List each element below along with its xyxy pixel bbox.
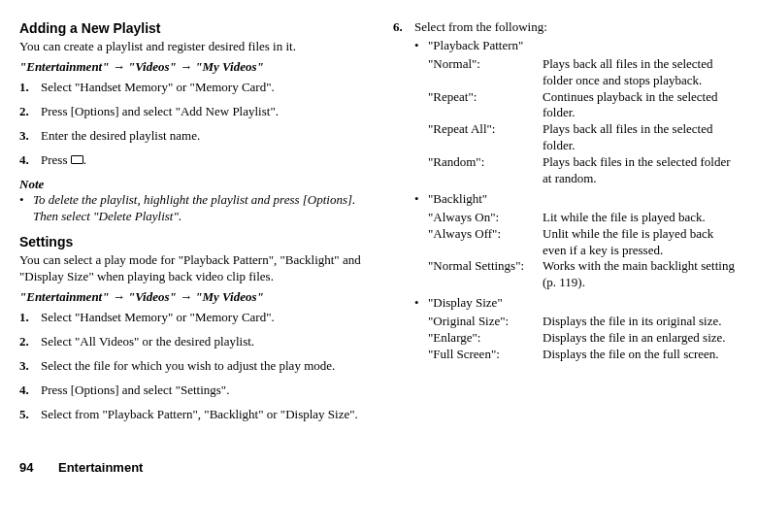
group-title: "Playback Pattern" <box>428 38 738 54</box>
bullet: • <box>414 191 428 208</box>
option-row: "Full Screen": Displays the file on the … <box>428 347 738 363</box>
option-row: "Repeat All": Plays back all files in th… <box>428 121 738 154</box>
breadcrumb-2: "Entertainment" → "Videos" → "My Videos" <box>19 289 364 306</box>
step-number: 3. <box>19 358 41 375</box>
heading-settings: Settings <box>19 233 364 250</box>
option-label: "Random": <box>428 154 543 187</box>
group-title: "Backlight" <box>428 191 738 208</box>
step-2-2: 2. Select "All Videos" or the desired pl… <box>19 334 364 350</box>
option-desc: Lit while the file is played back. <box>543 210 738 226</box>
option-label: "Normal": <box>428 56 543 89</box>
step-number: 3. <box>19 128 41 145</box>
group-backlight: • "Backlight" <box>414 191 738 208</box>
option-desc: Works with the main backlight setting (p… <box>543 258 738 291</box>
right-column: 6. Select from the following: • "Playbac… <box>393 19 738 431</box>
group-title: "Display Size" <box>428 295 738 312</box>
step-text: Enter the desired playlist name. <box>41 128 364 145</box>
step-1-2: 2. Press [Options] and select "Add New P… <box>19 104 364 120</box>
step-text: Press . <box>41 152 364 169</box>
options-container: • "Playback Pattern" "Normal": Plays bac… <box>393 38 738 363</box>
option-row: "Enlarge": Displays the file in an enlar… <box>428 330 738 347</box>
option-desc: Plays back files in the selected folder … <box>543 154 738 187</box>
step-text: Select "Handset Memory" or "Memory Card"… <box>41 310 364 326</box>
note-item: • To delete the playlist, highlight the … <box>19 192 364 225</box>
step-text: Select from the following: <box>414 19 738 36</box>
note-label: Note <box>19 177 364 193</box>
option-desc: Plays back all files in the selected fol… <box>543 121 738 154</box>
option-label: "Enlarge": <box>428 330 543 347</box>
section-title: Entertainment <box>58 460 143 477</box>
step-text: Press [Options] and select "Settings". <box>41 382 364 399</box>
bullet: • <box>414 38 428 54</box>
option-desc: Continues playback in the selected folde… <box>543 89 738 122</box>
option-desc: Displays the file in an enlarged size. <box>543 330 738 347</box>
heading-new-playlist: Adding a New Playlist <box>19 19 364 37</box>
step-1-3: 3. Enter the desired playlist name. <box>19 128 364 145</box>
intro-settings: You can select a play mode for "Playback… <box>19 252 364 285</box>
step-text-prefix: Press <box>41 152 71 167</box>
step-number: 1. <box>19 310 41 326</box>
option-row: "Normal": Plays back all files in the se… <box>428 56 738 89</box>
intro-new-playlist: You can create a playlist and register d… <box>19 39 364 55</box>
option-label: "Repeat": <box>428 89 543 122</box>
option-desc: Displays the file in its original size. <box>543 314 738 330</box>
step-2-3: 3. Select the file for which you wish to… <box>19 358 364 375</box>
option-row: "Always On": Lit while the file is playe… <box>428 210 738 226</box>
option-row: "Normal Settings": Works with the main b… <box>428 258 738 291</box>
group-items: "Original Size": Displays the file in it… <box>414 314 738 363</box>
bullet: • <box>19 192 33 225</box>
step-2-1: 1. Select "Handset Memory" or "Memory Ca… <box>19 310 364 326</box>
step-number: 4. <box>19 152 41 169</box>
group-items: "Always On": Lit while the file is playe… <box>414 210 738 291</box>
option-label: "Full Screen": <box>428 347 543 363</box>
option-label: "Original Size": <box>428 314 543 330</box>
step-number: 1. <box>19 80 41 96</box>
option-label: "Always Off": <box>428 226 543 259</box>
step-text: Select the file for which you wish to ad… <box>41 358 364 375</box>
option-label: "Always On": <box>428 210 543 226</box>
option-row: "Always Off": Unlit while the file is pl… <box>428 226 738 259</box>
option-label: "Normal Settings": <box>428 258 543 291</box>
step-number: 6. <box>393 19 414 36</box>
group-playback-pattern: • "Playback Pattern" <box>414 38 738 54</box>
option-row: "Repeat": Continues playback in the sele… <box>428 89 738 122</box>
step-6: 6. Select from the following: <box>393 19 738 36</box>
bullet: • <box>414 295 428 312</box>
option-row: "Original Size": Displays the file in it… <box>428 314 738 330</box>
page-footer: 94 Entertainment <box>19 460 738 477</box>
center-key-icon <box>71 155 83 164</box>
page-number: 94 <box>19 460 58 477</box>
left-column: Adding a New Playlist You can create a p… <box>19 19 364 431</box>
step-text: Select "Handset Memory" or "Memory Card"… <box>41 80 364 96</box>
breadcrumb-1: "Entertainment" → "Videos" → "My Videos" <box>19 59 364 76</box>
option-desc: Unlit while the file is played back even… <box>543 226 738 259</box>
step-number: 2. <box>19 334 41 350</box>
group-display-size: • "Display Size" <box>414 295 738 312</box>
content-columns: Adding a New Playlist You can create a p… <box>19 19 738 431</box>
step-2-5: 5. Select from "Playback Pattern", "Back… <box>19 407 364 423</box>
step-1-4: 4. Press . <box>19 152 364 169</box>
step-number: 5. <box>19 407 41 423</box>
option-desc: Plays back all files in the selected fol… <box>543 56 738 89</box>
step-text: Press [Options] and select "Add New Play… <box>41 104 364 120</box>
step-1-1: 1. Select "Handset Memory" or "Memory Ca… <box>19 80 364 96</box>
step-2-4: 4. Press [Options] and select "Settings"… <box>19 382 364 399</box>
group-items: "Normal": Plays back all files in the se… <box>414 56 738 187</box>
step-text: Select from "Playback Pattern", "Backlig… <box>41 407 364 423</box>
option-desc: Displays the file on the full screen. <box>543 347 738 363</box>
step-number: 2. <box>19 104 41 120</box>
step-number: 4. <box>19 382 41 399</box>
option-row: "Random": Plays back files in the select… <box>428 154 738 187</box>
option-label: "Repeat All": <box>428 121 543 154</box>
step-text: Select "All Videos" or the desired playl… <box>41 334 364 350</box>
note-text: To delete the playlist, highlight the pl… <box>33 192 364 225</box>
